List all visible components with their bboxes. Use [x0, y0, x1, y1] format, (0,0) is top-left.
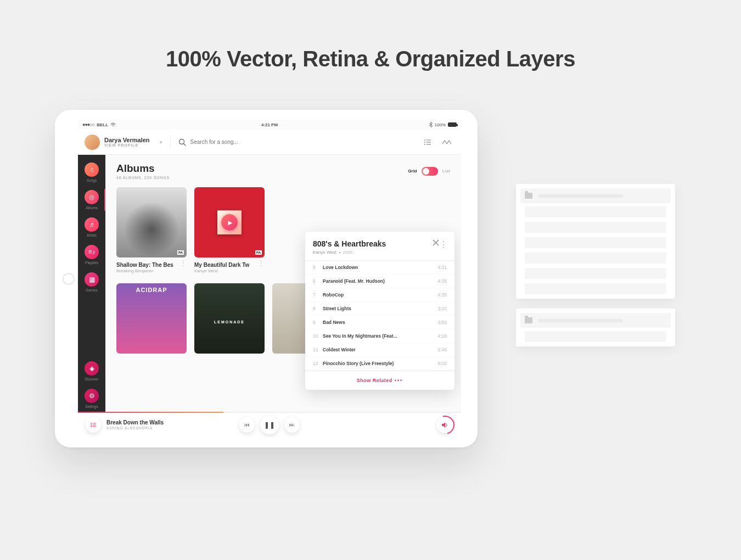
track-name: Love Lockdown	[323, 265, 433, 270]
next-button[interactable]: ⏭	[284, 417, 300, 433]
grid-label[interactable]: Grid	[408, 169, 417, 173]
album-card[interactable]: ▶ PA My Beautiful Dark Tw ⋮ Kanye West	[194, 187, 265, 273]
user-block[interactable]: Darya Vermalen VIEW PROFILE	[104, 137, 150, 147]
layer-item[interactable]	[525, 331, 666, 342]
album-title: My Beautiful Dark Tw	[194, 262, 249, 268]
home-button[interactable]	[63, 273, 75, 285]
more-icon[interactable]: ⋮	[258, 260, 265, 266]
divider	[170, 135, 171, 149]
track-name: Pinocchio Story (Live Freestyle)	[323, 361, 433, 366]
avatar[interactable]	[85, 135, 100, 150]
pause-button[interactable]: ❚❚	[260, 416, 279, 434]
track-row[interactable]: 10See You In My Nightmares (Feat...4:18	[305, 329, 454, 343]
album-cover[interactable]	[116, 283, 187, 354]
album-cover[interactable]: ▶ PA	[194, 187, 265, 257]
volume-button[interactable]	[437, 417, 453, 433]
wifi-icon	[110, 122, 116, 127]
track-number: 8	[313, 306, 323, 311]
album-card[interactable]: PA Shallow Bay: The Bes ⋮ Breaking Benja…	[116, 187, 187, 273]
previous-button[interactable]: ⏮	[239, 417, 255, 433]
popup-artist: Kanye West	[313, 250, 336, 255]
battery-percent: 100%	[435, 122, 446, 127]
gear-icon: ⚙	[85, 389, 99, 403]
grid-icon: ▦	[85, 272, 99, 287]
album-artist: Breaking Benjamin	[116, 268, 187, 273]
search-icon[interactable]	[178, 138, 186, 146]
layer-group	[516, 309, 675, 346]
disc-icon: ◎	[85, 190, 99, 204]
layer-item[interactable]	[525, 222, 666, 233]
track-name: Paranoid (Feat. Mr. Hudson)	[323, 278, 433, 284]
layer-item[interactable]	[525, 206, 666, 217]
close-icon[interactable]	[433, 239, 439, 246]
track-row[interactable]: 6Paranoid (Feat. Mr. Hudson)4:38	[305, 275, 454, 288]
sidebar-item-albums[interactable]: ◎ Albums	[78, 187, 105, 213]
play-icon[interactable]: ▶	[221, 214, 238, 231]
compass-icon: ◈	[85, 361, 99, 376]
list-view-icon[interactable]	[424, 139, 431, 145]
track-row[interactable]: 5Love Lockdown4:31	[305, 261, 454, 275]
layer-item[interactable]	[525, 253, 666, 264]
queue-button[interactable]	[86, 417, 101, 433]
layer-folder-header[interactable]	[520, 313, 671, 328]
folder-icon	[525, 193, 532, 199]
playlist-icon: ≡♪	[85, 245, 99, 259]
album-cover[interactable]	[194, 283, 265, 354]
more-icon[interactable]: ⋮	[439, 239, 448, 250]
view-profile-link[interactable]: VIEW PROFILE	[104, 143, 150, 147]
tablet-frame: ●●●○○ BELL 4:21 PM 100% Darya Vermalen V…	[55, 110, 478, 447]
chevron-down-icon[interactable]: ▾	[160, 139, 162, 145]
track-row[interactable]: 9Bad News3:59	[305, 316, 454, 329]
svg-point-13	[91, 424, 92, 425]
track-row[interactable]: 8Street Lights3:10	[305, 302, 454, 316]
more-icon[interactable]: ⋮	[180, 260, 187, 266]
bluetooth-icon	[429, 122, 433, 127]
sidebar-item-playlists[interactable]: ≡♪ Playlists	[78, 242, 105, 268]
carrier-label: BELL	[97, 122, 108, 127]
svg-point-5	[424, 142, 425, 143]
list-label[interactable]: List	[442, 169, 450, 173]
track-duration: 4:31	[437, 265, 447, 270]
search-input[interactable]	[190, 139, 424, 145]
track-row[interactable]: 7RoboCop4:35	[305, 288, 454, 302]
layer-item[interactable]	[525, 268, 666, 279]
svg-point-3	[424, 139, 425, 141]
view-toggle: Grid List	[408, 167, 450, 176]
show-related-button[interactable]: Show Related•••	[305, 371, 454, 390]
track-duration: 4:18	[437, 333, 447, 339]
album-card[interactable]	[194, 283, 265, 354]
svg-point-7	[424, 144, 425, 145]
sidebar-item-artists[interactable]: ♬ Artists	[78, 214, 105, 240]
layer-item[interactable]	[525, 237, 666, 248]
now-playing-artist: ASKING ALEXANDRIA	[106, 426, 164, 430]
album-cover[interactable]: PA	[116, 187, 187, 257]
clock: 4:21 PM	[261, 122, 278, 127]
sidebar-item-genres[interactable]: ▦ Genres	[78, 269, 105, 295]
layer-folder-header[interactable]	[520, 188, 671, 203]
track-name: Street Lights	[323, 306, 433, 311]
sidebar-item-songs[interactable]: ♫ Songs	[78, 159, 105, 186]
folder-icon	[525, 317, 532, 323]
svg-point-11	[91, 423, 92, 424]
track-row[interactable]: 12Pinocchio Story (Live Freestyle)6:02	[305, 357, 454, 371]
track-duration: 4:35	[437, 292, 447, 298]
album-title: Shallow Bay: The Bes	[116, 262, 173, 268]
album-card[interactable]	[116, 283, 187, 354]
layer-name-placeholder	[538, 194, 623, 198]
svg-point-0	[113, 126, 114, 127]
track-number: 5	[313, 265, 323, 270]
svg-point-15	[91, 426, 92, 427]
grid-list-toggle[interactable]	[422, 167, 438, 176]
sidebar-item-settings[interactable]: ⚙ Settings	[78, 385, 105, 412]
track-duration: 4:38	[437, 278, 447, 284]
layer-item[interactable]	[525, 283, 666, 294]
now-playing-bar: Break Down the Walls ASKING ALEXANDRIA ⏮…	[78, 412, 461, 438]
main-content: Albums 48 ALBUMS, 236 SONGS Grid List PA…	[105, 155, 461, 412]
track-row[interactable]: 11Coldest Winter2:46	[305, 343, 454, 357]
sidebar-item-discover[interactable]: ◈ Discover	[78, 358, 105, 384]
progress-bar[interactable]	[78, 412, 461, 413]
activity-icon[interactable]	[442, 139, 451, 145]
track-list: 5Love Lockdown4:316Paranoid (Feat. Mr. H…	[305, 260, 454, 371]
track-number: 12	[313, 361, 323, 366]
layer-name-placeholder	[538, 319, 623, 322]
